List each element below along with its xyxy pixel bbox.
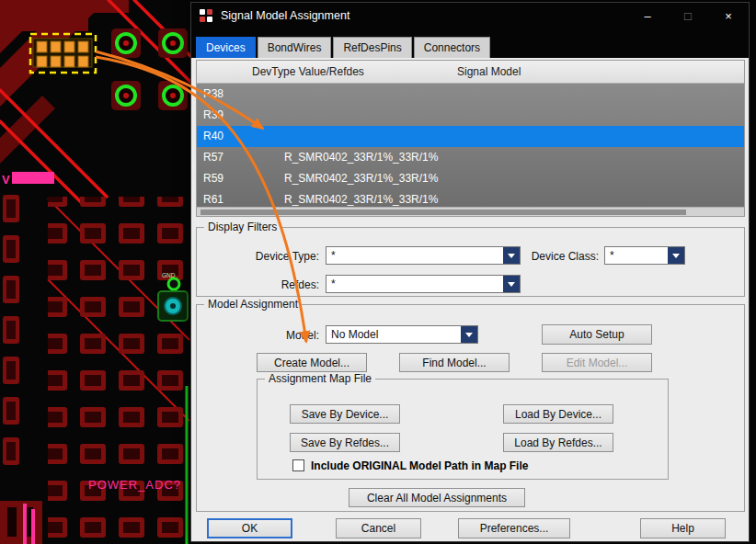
scrollbar-thumb[interactable] (200, 210, 686, 215)
horizontal-scrollbar[interactable] (197, 207, 744, 216)
chevron-down-icon[interactable] (668, 247, 684, 264)
tab-devices[interactable]: Devices (196, 37, 256, 58)
pcb-label-gnd: GND (162, 272, 176, 278)
display-filters-group: Display Filters Device Type: * Device Cl… (196, 227, 745, 297)
table-header: DevType Value/Refdes Signal Model (197, 61, 744, 84)
load-by-refdes-button[interactable]: Load By Refdes... (503, 433, 613, 452)
device-type-dropdown[interactable]: * (326, 246, 521, 265)
clear-all-model-assignments-button[interactable]: Clear All Model Assignments (349, 488, 525, 507)
device-class-dropdown[interactable]: * (604, 246, 685, 265)
model-label: Model: (197, 329, 319, 342)
maximize-button[interactable]: □ (668, 3, 708, 28)
table-row[interactable]: R39 (197, 105, 744, 126)
assignment-map-file-group: Assignment Map File Save By Device... Lo… (257, 379, 669, 480)
ok-button[interactable]: OK (207, 518, 292, 538)
include-original-path-checkbox[interactable] (292, 459, 304, 471)
screenshot-stage: V POWER_ADC? GND (0, 0, 756, 544)
preferences-button[interactable]: Preferences... (458, 518, 570, 538)
auto-setup-button[interactable]: Auto Setup (542, 324, 652, 345)
checkbox-label: Include ORIGINAL Model Path in Map File (311, 459, 528, 472)
table-row[interactable]: R38 (197, 84, 744, 105)
device-type-label: Device Type: (197, 250, 319, 263)
cancel-button[interactable]: Cancel (336, 518, 421, 538)
display-filters-legend: Display Filters (204, 221, 281, 233)
device-table: DevType Value/Refdes Signal Model R38 R3… (196, 60, 745, 217)
model-dropdown[interactable]: No Model (326, 325, 478, 344)
find-model-button[interactable]: Find Model... (399, 353, 510, 372)
dialog-title: Signal Model Assignment (221, 9, 349, 22)
pcb-label-power-adc: POWER_ADC? (88, 478, 181, 492)
table-row-selected[interactable]: R40 (197, 126, 744, 147)
assignment-map-file-legend: Assignment Map File (265, 372, 375, 385)
table-row[interactable]: R59 R_SMR0402_33R/1%_33R/1% (197, 168, 744, 189)
help-button[interactable]: Help (640, 518, 726, 538)
chevron-down-icon[interactable] (503, 276, 520, 292)
tab-refdespins[interactable]: RefDesPins (333, 37, 411, 58)
title-bar[interactable]: Signal Model Assignment – □ × (191, 3, 749, 28)
chevron-down-icon[interactable] (503, 247, 520, 264)
refdes-dropdown[interactable]: * (326, 275, 521, 293)
table-row[interactable]: R61 R_SMR0402_33R/1%_33R/1% (197, 189, 744, 207)
save-by-device-button[interactable]: Save By Device... (290, 404, 400, 424)
minimize-button[interactable]: – (627, 3, 668, 28)
signal-model-assignment-dialog: Signal Model Assignment – □ × Devices Bo… (190, 2, 750, 542)
table-row[interactable]: R57 R_SMR0402_33R/1%_33R/1% (197, 147, 744, 168)
app-icon (200, 9, 213, 23)
model-assignment-legend: Model Assignment (204, 298, 302, 311)
chevron-down-icon[interactable] (461, 326, 477, 343)
save-by-refdes-button[interactable]: Save By Refdes... (290, 433, 400, 452)
close-button[interactable]: × (708, 3, 749, 28)
pcb-label-v: V (2, 173, 10, 187)
edit-model-button[interactable]: Edit Model... (542, 353, 652, 372)
load-by-device-button[interactable]: Load By Device... (503, 404, 613, 424)
model-assignment-group: Model Assignment Model: No Model Auto Se… (196, 304, 745, 512)
refdes-label: Refdes: (197, 278, 319, 291)
tab-strip: Devices BondWires RefDesPins Connectors (191, 28, 749, 58)
column-signal-model: Signal Model (457, 65, 521, 78)
column-devtype: DevType Value/Refdes (252, 65, 364, 78)
create-model-button[interactable]: Create Model... (257, 353, 367, 372)
tab-connectors[interactable]: Connectors (414, 37, 490, 58)
device-class-label: Device Class: (521, 250, 599, 263)
tab-bondwires[interactable]: BondWires (258, 37, 332, 58)
device-list: R38 R39 R40 R57 R_SMR0402_33R/1%_33R/1% (197, 84, 744, 207)
